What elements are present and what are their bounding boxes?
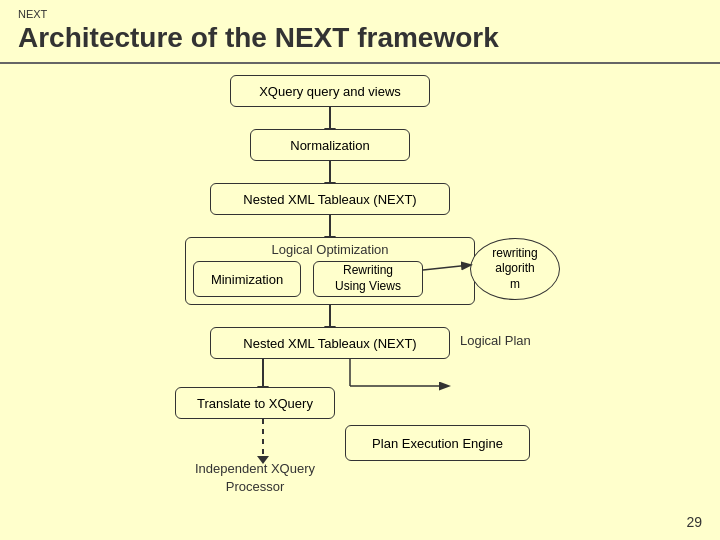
- page-number: 29: [686, 514, 702, 530]
- arrow-xquery-norm: [329, 107, 331, 129]
- nested-xml-1-box: Nested XML Tableaux (NEXT): [210, 183, 450, 215]
- normalization-box: Normalization: [250, 129, 410, 161]
- minimization-box: Minimization: [193, 261, 301, 297]
- arrow-translate-independent: [262, 419, 264, 457]
- title-underline: [0, 62, 720, 64]
- nested-xml-2-box: Nested XML Tableaux (NEXT): [210, 327, 450, 359]
- arrow-norm-nested1: [329, 161, 331, 183]
- arrow-nested1-logopt: [329, 215, 331, 237]
- angled-arrow-svg: [423, 255, 475, 285]
- rewriting-algorithm-oval: rewriting algorith m: [470, 238, 560, 300]
- logical-plan-label: Logical Plan: [460, 333, 531, 348]
- xquery-box: XQuery query and views: [230, 75, 430, 107]
- rewriting-views-box: Rewriting Using Views: [313, 261, 423, 297]
- header-label: NEXT: [18, 8, 47, 20]
- arrow-logopt-nested2: [329, 305, 331, 327]
- svg-line-0: [423, 265, 470, 270]
- logical-plan-arrow-svg: [260, 359, 510, 444]
- page-title: Architecture of the NEXT framework: [18, 22, 499, 54]
- independent-xquery-label: Independent XQuery Processor: [175, 460, 335, 496]
